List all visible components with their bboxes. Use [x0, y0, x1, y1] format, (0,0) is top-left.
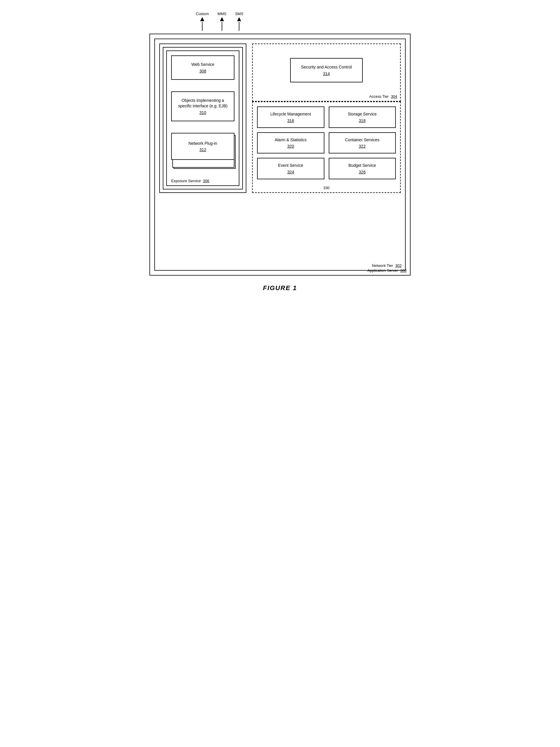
- access-tier-label: Access Tier 304: [369, 94, 397, 99]
- container-number: 322: [334, 144, 391, 149]
- storage-number: 318: [334, 118, 391, 123]
- network-plugin-box: Network Plug-in 312: [171, 133, 234, 160]
- alarm-number: 320: [262, 144, 320, 149]
- security-box: Security and Access Control 314: [290, 58, 363, 82]
- alarm-title: Alarm & Statistics: [262, 137, 320, 143]
- right-side: Security and Access Control 314 Access T…: [252, 44, 401, 193]
- exposure-service-inner1: Web Service 308 Objects implementing a s…: [163, 47, 243, 189]
- exposure-service-label: Exposure Service 306: [171, 179, 209, 183]
- budget-title: Budget Service: [334, 163, 391, 169]
- storage-box: Storage Service 318: [329, 106, 396, 128]
- web-service-title: Web Service: [176, 62, 230, 68]
- container-box: Container Services 322: [329, 132, 396, 154]
- objects-number: 310: [176, 110, 230, 115]
- network-tier-box: Web Service 308 Objects implementing a s…: [154, 38, 406, 271]
- plugin-number: 312: [176, 147, 230, 152]
- custom-arrow-head: [200, 17, 204, 21]
- event-number: 324: [262, 170, 320, 174]
- objects-title: Objects implementing a specific interfac…: [176, 98, 230, 109]
- plugin-title: Network Plug-in: [176, 141, 230, 147]
- lifecycle-number: 316: [262, 118, 320, 123]
- web-service-number: 308: [176, 69, 230, 73]
- sms-label: SMS: [235, 11, 243, 16]
- left-side: Web Service 308 Objects implementing a s…: [159, 44, 246, 193]
- exposure-service-outer: Web Service 308 Objects implementing a s…: [159, 44, 246, 193]
- mms-arrow: MMS: [218, 11, 226, 31]
- services-grid: Lifecycle Management 316 Storage Service…: [257, 106, 396, 188]
- objects-box: Objects implementing a specific interfac…: [171, 92, 234, 121]
- custom-arrow-line: [202, 22, 203, 31]
- network-plugin-stack: Network Plug-in 312: [171, 133, 234, 168]
- app-server-label: Application Server 300: [367, 268, 407, 273]
- storage-title: Storage Service: [334, 111, 391, 117]
- services-tier-number: 330: [323, 186, 330, 190]
- lifecycle-box: Lifecycle Management 316: [257, 106, 324, 128]
- security-box-wrapper: Security and Access Control 314: [257, 48, 396, 92]
- mms-arrow-line: [222, 22, 222, 31]
- access-tier-box: Security and Access Control 314 Access T…: [252, 44, 401, 102]
- sms-arrow-head: [237, 17, 241, 21]
- custom-arrow: Custom: [196, 11, 209, 31]
- lifecycle-title: Lifecycle Management: [262, 111, 320, 117]
- mms-arrow-head: [220, 17, 224, 21]
- security-title: Security and Access Control: [300, 65, 353, 70]
- security-number: 314: [300, 71, 353, 76]
- exposure-service-inner2: Web Service 308 Objects implementing a s…: [166, 50, 239, 186]
- service-tier-box: Lifecycle Management 316 Storage Service…: [252, 102, 401, 193]
- sms-arrow: SMS: [235, 11, 243, 31]
- alarm-box: Alarm & Statistics 320: [257, 132, 324, 154]
- mms-label: MMS: [218, 11, 226, 16]
- custom-label: Custom: [196, 11, 209, 16]
- event-box: Event Service 324: [257, 158, 324, 179]
- budget-number: 326: [334, 170, 391, 174]
- budget-box: Budget Service 326: [329, 158, 396, 179]
- container-title: Container Services: [334, 137, 391, 143]
- sms-arrow-line: [239, 22, 239, 31]
- figure-caption: FIGURE 1: [149, 284, 411, 298]
- network-tier-label: Network Tier 302: [372, 263, 402, 268]
- app-server-box: Web Service 308 Objects implementing a s…: [149, 34, 411, 276]
- event-title: Event Service: [262, 163, 320, 169]
- web-service-box: Web Service 308: [171, 55, 234, 80]
